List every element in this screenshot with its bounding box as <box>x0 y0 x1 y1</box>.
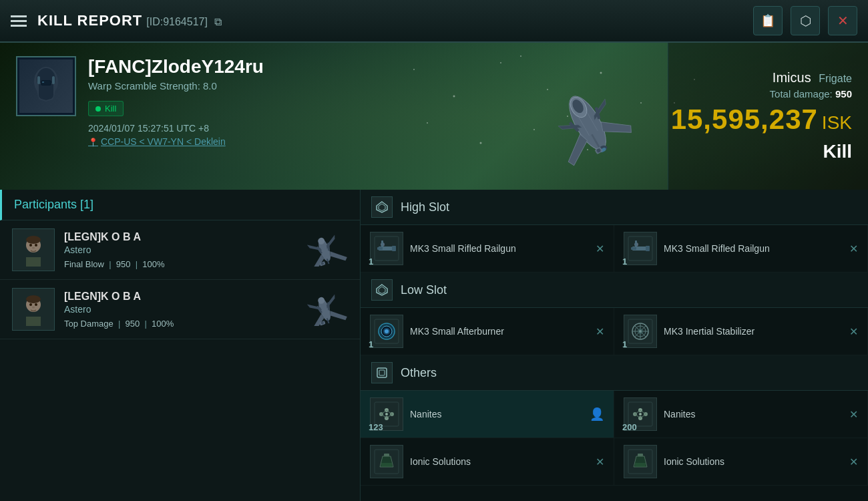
item-remove-button[interactable]: ✕ <box>596 325 604 338</box>
svg-point-38 <box>35 244 37 246</box>
svg-point-52 <box>35 303 37 306</box>
kill-location[interactable]: CCP-US < VW7-YN < Deklein <box>88 136 852 147</box>
low-slot-label: Low Slot <box>401 283 447 297</box>
svg-point-51 <box>29 303 32 306</box>
participant-stats: Final Blow | 950 | 100% <box>64 259 301 269</box>
item-remove-button[interactable]: ✕ <box>849 325 858 338</box>
participant-ship: Astero <box>64 244 301 255</box>
item-name: Nanites <box>664 408 843 420</box>
svg-rect-116 <box>384 454 389 456</box>
item-icon <box>624 232 657 265</box>
item-remove-button[interactable]: ✕ <box>849 408 858 421</box>
svg-rect-73 <box>631 247 636 250</box>
fitting-item[interactable]: 1 MK3 Small Rifled Railgun ✕ <box>614 225 868 273</box>
svg-point-82 <box>385 329 389 333</box>
astero-ship-icon <box>301 233 348 267</box>
svg-rect-94 <box>379 370 385 375</box>
item-remove-button[interactable]: ✕ <box>849 456 858 468</box>
item-remove-button[interactable]: ✕ <box>849 242 858 255</box>
participant-portrait <box>17 293 50 326</box>
svg-rect-54 <box>26 317 41 326</box>
participant-name: [LEGN]K O B A <box>64 231 301 243</box>
export-button[interactable]: ⬡ <box>791 6 820 35</box>
close-button[interactable]: ✕ <box>828 6 857 35</box>
item-icon <box>370 445 403 478</box>
high-slot-header: High Slot <box>361 190 868 225</box>
fitting-item[interactable]: Ionic Solutions ✕ <box>614 438 868 486</box>
others-label: Others <box>401 366 437 380</box>
item-remove-button[interactable]: ✕ <box>596 242 604 255</box>
main-content: Participants [1] <box>0 190 868 501</box>
high-slot-icon <box>371 196 393 218</box>
item-name: Ionic Solutions <box>410 456 589 468</box>
item-icon <box>370 315 403 348</box>
report-id: [ID:9164517] <box>146 16 208 28</box>
participant-avatar <box>12 228 55 271</box>
participant-ship: Astero <box>64 304 301 315</box>
item-remove-button[interactable]: ✕ <box>596 456 604 468</box>
svg-rect-120 <box>635 463 646 467</box>
participant-card[interactable]: [LEGN]K O B A Astero Final Blow | 950 | … <box>0 220 360 280</box>
fitting-item[interactable]: Ionic Solutions ✕ <box>361 438 614 486</box>
participants-header: Participants [1] <box>0 190 360 220</box>
participant-ship-image <box>301 233 348 267</box>
participants-panel: Participants [1] <box>0 190 361 501</box>
fitting-item[interactable]: 200 Nanites ✕ <box>614 391 868 438</box>
fitting-item[interactable]: 1 MK3 Small Afterburner ✕ <box>361 308 614 355</box>
fitting-item[interactable]: 1 MK3 Ine <box>614 308 868 355</box>
header-left: KILL REPORT [ID:9164517] ⧉ <box>11 12 222 29</box>
others-items: 123 Nanit <box>361 391 868 486</box>
others-icon <box>371 362 393 383</box>
svg-rect-93 <box>377 368 387 377</box>
item-icon <box>624 445 657 478</box>
hero-content: [FANC]ZlodeY124ru Warp Scramble Strength… <box>0 43 868 190</box>
low-slot-icon <box>371 279 393 301</box>
svg-point-37 <box>29 244 32 246</box>
svg-rect-20 <box>37 76 40 84</box>
svg-point-50 <box>26 295 41 303</box>
pilot-avatar <box>16 56 76 116</box>
participant-ship-image <box>301 293 348 326</box>
header: KILL REPORT [ID:9164517] ⧉ 📋 ⬡ ✕ <box>0 0 868 43</box>
fittings-panel: High Slot 1 MK3 Small Rifled <box>361 190 868 501</box>
high-slot-label: High Slot <box>401 200 449 214</box>
item-name: MK3 Small Afterburner <box>410 325 589 337</box>
pilot-stat: Warp Scramble Strength: 8.0 <box>88 80 852 92</box>
svg-rect-67 <box>377 247 383 250</box>
svg-marker-77 <box>379 287 385 294</box>
participant-card[interactable]: [LEGN]K O B A Astero Top Damage | 950 | … <box>0 280 360 339</box>
fitting-item[interactable]: 1 MK3 Small Rifled Railgun ✕ <box>361 225 614 273</box>
item-name: Ionic Solutions <box>664 456 843 468</box>
participant-info: [LEGN]K O B A Astero Top Damage | 950 | … <box>64 291 301 329</box>
item-qty: 1 <box>622 339 627 349</box>
svg-rect-69 <box>381 240 383 247</box>
fitting-item[interactable]: 123 Nanit <box>361 391 614 438</box>
item-name: Nanites <box>410 408 583 420</box>
kill-date: 2024/01/07 15:27:51 UTC +8 <box>88 123 852 134</box>
hero-pilot-info: [FANC]ZlodeY124ru Warp Scramble Strength… <box>88 56 852 147</box>
copy-id-icon[interactable]: ⧉ <box>214 16 222 28</box>
item-qty: 1 <box>369 257 373 267</box>
item-qty: 1 <box>622 257 627 267</box>
svg-point-53 <box>32 307 35 309</box>
pilot-name: [FANC]ZlodeY124ru <box>88 56 852 77</box>
item-name: MK3 Small Rifled Railgun <box>664 242 843 255</box>
participants-title: Participants [1] <box>14 198 93 211</box>
kill-badge-label: Kill <box>105 104 116 114</box>
item-name: MK3 Small Rifled Railgun <box>410 242 589 255</box>
item-qty: 200 <box>622 422 637 432</box>
svg-rect-21 <box>52 76 55 84</box>
svg-rect-18 <box>41 81 51 85</box>
menu-button[interactable] <box>11 15 27 27</box>
copy-report-button[interactable]: 📋 <box>753 6 783 35</box>
participant-portrait <box>17 233 50 267</box>
kill-badge-dot <box>95 106 101 112</box>
participant-name: [LEGN]K O B A <box>64 291 301 303</box>
svg-rect-119 <box>638 454 643 456</box>
low-slot-header: Low Slot <box>361 273 868 308</box>
participant-info: [LEGN]K O B A Astero Final Blow | 950 | … <box>64 231 301 269</box>
svg-rect-66 <box>392 246 396 251</box>
participant-stats: Top Damage | 950 | 100% <box>64 319 301 329</box>
participant-avatar <box>12 288 55 331</box>
others-header: Others <box>361 355 868 391</box>
